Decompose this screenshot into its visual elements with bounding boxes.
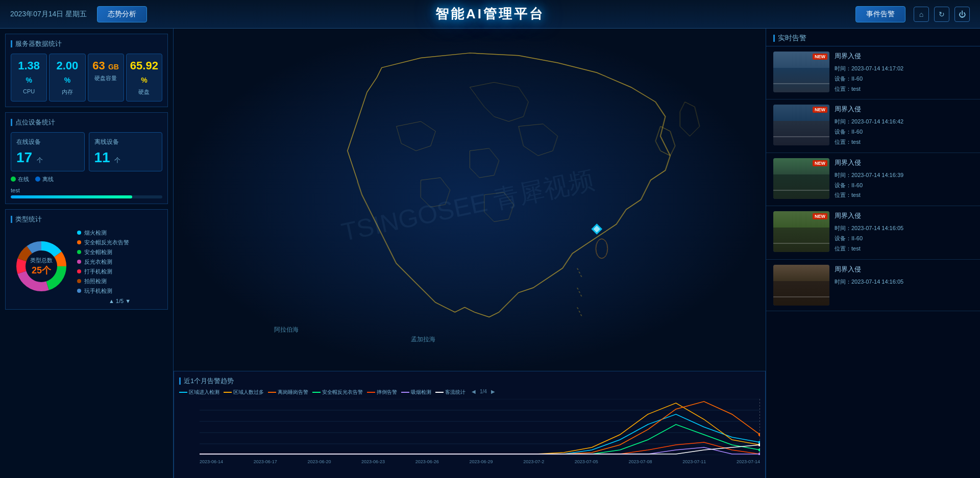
chart-dot-6	[758, 452, 760, 455]
alert-type-1: 周界入侵	[835, 52, 973, 61]
alert-time-5: 时间：2023-07-14 14:16:05	[835, 277, 973, 287]
donut-total-label: 类型总数	[30, 257, 53, 264]
new-badge-2: NEW	[813, 107, 827, 113]
alert-location-3: 位置：test	[835, 190, 973, 200]
disk-value: 65.92 %	[130, 59, 159, 86]
legend-item-5: 摔倒告警	[367, 389, 397, 396]
type-dot-2	[77, 240, 81, 244]
offline-count: 11	[94, 149, 110, 165]
type-dot-3	[77, 250, 81, 254]
type-dot-1	[77, 231, 81, 235]
new-badge-1: NEW	[813, 54, 827, 60]
legend-line-5	[367, 392, 375, 393]
server-stats-title: 服务器数据统计	[11, 39, 162, 48]
type-list: 烟火检测 安全帽反光衣告警 安全帽检测 反光衣检测 打手机检测	[77, 229, 162, 304]
right-panel-title: 实时告警	[766, 29, 980, 46]
alert-card-3[interactable]: NEW 周界入侵 时间：2023-07-14 14:16:39 设备：II-60…	[766, 153, 980, 206]
header-left: 2023年07月14日 星期五 态势分析	[10, 6, 147, 22]
refresh-icon[interactable]: ↻	[934, 7, 949, 22]
legend-item-4: 安全帽反光衣告警	[312, 389, 363, 396]
chart-line-2	[200, 403, 760, 454]
alert-thumb-2: NEW	[773, 105, 829, 145]
alert-panel-title-text: 实时告警	[778, 34, 806, 43]
type-dot-5	[77, 269, 81, 273]
legend-item-2: 区域人数过多	[224, 389, 264, 396]
arabian-sea-label: 阿拉伯海	[274, 326, 299, 333]
legend-offline: 离线	[35, 175, 54, 183]
header-right: 事件告警 ⌂ ↻ ⏻	[855, 6, 970, 22]
chart-line-3	[200, 401, 760, 454]
bengal-sea-label: 孟加拉海	[411, 336, 435, 342]
offline-dot	[35, 177, 40, 182]
offline-device-box: 离线设备 11 个	[89, 132, 163, 171]
type-label-7: 玩手机检测	[84, 287, 112, 295]
alert-type-2: 周界入侵	[835, 105, 973, 114]
legend-label-5: 摔倒告警	[377, 389, 397, 396]
chart-prev-icon[interactable]: ◀	[472, 389, 476, 396]
alert-detail-4: 时间：2023-07-14 14:16:05 设备：II-60 位置：test	[835, 223, 973, 254]
memory-value: 2.00 %	[53, 59, 82, 86]
home-icon[interactable]: ⌂	[914, 7, 929, 22]
alert-card-1[interactable]: NEW 周界入侵 时间：2023-07-14 14:17:02 设备：II-60…	[766, 46, 980, 99]
offline-count-row: 11 个	[94, 149, 157, 166]
alert-card-4[interactable]: NEW 周界入侵 时间：2023-07-14 14:16:05 设备：II-60…	[766, 206, 980, 259]
online-count: 17	[16, 149, 32, 165]
alert-thumb-4: NEW	[773, 211, 829, 252]
alert-location-4: 位置：test	[835, 244, 973, 254]
china-map-svg: TSINGOSEE 青犀视频 阿拉伯海 孟加拉海	[174, 29, 766, 371]
type-item-7: 玩手机检测	[77, 287, 162, 295]
type-stats-title: 类型统计	[11, 215, 162, 224]
online-count-row: 17 个	[16, 149, 79, 166]
cpu-label: CPU	[14, 88, 43, 94]
alert-type-4: 周界入侵	[835, 211, 973, 220]
chart-line-1	[200, 414, 760, 454]
legend-label-7: 客流统计	[445, 389, 465, 396]
memory-label: 内存	[53, 88, 82, 96]
alert-info-1: 周界入侵 时间：2023-07-14 14:17:02 设备：II-60 位置：…	[835, 52, 973, 94]
new-badge-4: NEW	[813, 213, 827, 219]
page-title: 智能AI管理平台	[435, 5, 545, 23]
offline-unit: 个	[114, 157, 120, 164]
left-panel: 服务器数据统计 1.38 % CPU 2.00 % 内存 63 GB 硬盘容量 …	[0, 29, 174, 478]
offline-legend-label: 离线	[42, 175, 54, 183]
alert-button[interactable]: 事件告警	[855, 6, 905, 22]
street-scene-5	[773, 265, 829, 306]
online-legend-label: 在线	[18, 175, 29, 183]
power-icon[interactable]: ⏻	[954, 7, 970, 22]
alert-type-3: 周界入侵	[835, 158, 973, 167]
type-item-2: 安全帽反光衣告警	[77, 239, 162, 246]
alert-type-5: 周界入侵	[835, 265, 973, 274]
type-item-3: 安全帽检测	[77, 248, 162, 256]
alert-time-1: 时间：2023-07-14 14:17:02	[835, 64, 973, 74]
header-icons: ⌂ ↻ ⏻	[914, 7, 970, 22]
legend-item-6: 吸烟检测	[401, 389, 431, 396]
progress-bar-fill	[11, 195, 132, 198]
disk-capacity-label: 硬盘容量	[91, 74, 120, 82]
alert-device-2: 设备：II-60	[835, 127, 973, 137]
alert-card-2[interactable]: NEW 周界入侵 时间：2023-07-14 14:16:42 设备：II-60…	[766, 99, 980, 153]
alert-location-2: 位置：test	[835, 137, 973, 147]
alert-location-1: 位置：test	[835, 84, 973, 94]
type-label-2: 安全帽反光衣告警	[84, 239, 129, 246]
legend-label-1: 区域进入检测	[189, 389, 219, 396]
legend-line-6	[401, 392, 409, 393]
prev-page-icon[interactable]: ▲	[109, 298, 114, 304]
legend-item-7: 客流统计	[435, 389, 465, 396]
alert-card-5[interactable]: 周界入侵 时间：2023-07-14 14:16:05	[766, 260, 980, 311]
type-stats-content: 类型总数 25个 烟火检测 安全帽反光衣告警 安全帽检测	[11, 229, 162, 304]
legend-label-4: 安全帽反光衣告警	[322, 389, 363, 396]
alert-info-2: 周界入侵 时间：2023-07-14 14:16:42 设备：II-60 位置：…	[835, 105, 973, 147]
legend-online: 在线	[11, 175, 29, 183]
chart-pagination: 1/4	[480, 389, 487, 396]
legend-line-7	[435, 392, 444, 393]
chart-next-icon[interactable]: ▶	[491, 389, 495, 396]
disk-capacity-stat: 63 GB 硬盘容量	[88, 54, 124, 102]
site-label: test	[11, 187, 162, 193]
type-dot-6	[77, 279, 81, 283]
server-stats-section: 服务器数据统计 1.38 % CPU 2.00 % 内存 63 GB 硬盘容量 …	[5, 34, 168, 107]
next-page-icon[interactable]: ▼	[125, 298, 131, 304]
analysis-button[interactable]: 态势分析	[97, 6, 147, 22]
alert-device-4: 设备：II-60	[835, 234, 973, 244]
type-label-6: 拍照检测	[84, 278, 107, 285]
online-label: 在线设备	[16, 138, 79, 146]
